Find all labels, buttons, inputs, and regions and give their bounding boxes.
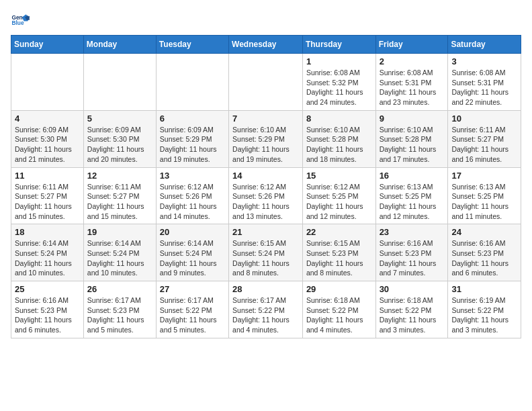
calendar-cell: 16Sunrise: 6:13 AMSunset: 5:25 PMDayligh… xyxy=(375,167,448,224)
day-info: Sunrise: 6:12 AMSunset: 5:25 PMDaylight:… xyxy=(306,182,372,222)
day-number: 23 xyxy=(380,227,445,237)
day-info: Sunrise: 6:18 AMSunset: 5:22 PMDaylight:… xyxy=(306,295,372,335)
day-number: 21 xyxy=(232,227,299,237)
calendar-cell: 18Sunrise: 6:14 AMSunset: 5:24 PMDayligh… xyxy=(11,224,84,281)
day-number: 30 xyxy=(380,284,445,294)
calendar-table: SundayMondayTuesdayWednesdayThursdayFrid… xyxy=(11,35,521,338)
day-info: Sunrise: 6:14 AMSunset: 5:24 PMDaylight:… xyxy=(160,238,225,278)
calendar-cell xyxy=(11,54,84,111)
calendar-cell: 5Sunrise: 6:09 AMSunset: 5:30 PMDaylight… xyxy=(83,110,156,167)
day-info: Sunrise: 6:10 AMSunset: 5:28 PMDaylight:… xyxy=(380,125,445,165)
day-number: 19 xyxy=(87,227,152,237)
day-number: 24 xyxy=(451,227,517,237)
weekday-header: Sunday xyxy=(11,36,84,54)
weekday-header: Saturday xyxy=(448,36,521,54)
calendar-week-row: 11Sunrise: 6:11 AMSunset: 5:27 PMDayligh… xyxy=(11,167,521,224)
day-info: Sunrise: 6:09 AMSunset: 5:29 PMDaylight:… xyxy=(160,125,225,165)
day-number: 11 xyxy=(15,171,80,181)
calendar-week-row: 18Sunrise: 6:14 AMSunset: 5:24 PMDayligh… xyxy=(11,224,521,281)
day-number: 13 xyxy=(160,171,225,181)
calendar-cell xyxy=(83,54,156,111)
weekday-header: Thursday xyxy=(302,36,375,54)
calendar-cell: 24Sunrise: 6:16 AMSunset: 5:23 PMDayligh… xyxy=(448,224,521,281)
calendar-cell: 8Sunrise: 6:10 AMSunset: 5:28 PMDaylight… xyxy=(302,110,375,167)
day-info: Sunrise: 6:17 AMSunset: 5:22 PMDaylight:… xyxy=(160,295,225,335)
calendar-cell: 21Sunrise: 6:15 AMSunset: 5:24 PMDayligh… xyxy=(229,224,303,281)
calendar-cell: 13Sunrise: 6:12 AMSunset: 5:26 PMDayligh… xyxy=(156,167,228,224)
day-info: Sunrise: 6:15 AMSunset: 5:24 PMDaylight:… xyxy=(232,238,299,278)
calendar-cell: 22Sunrise: 6:15 AMSunset: 5:23 PMDayligh… xyxy=(302,224,375,281)
day-info: Sunrise: 6:11 AMSunset: 5:27 PMDaylight:… xyxy=(87,182,152,222)
calendar-week-row: 1Sunrise: 6:08 AMSunset: 5:32 PMDaylight… xyxy=(11,54,521,111)
day-number: 8 xyxy=(306,113,372,124)
day-info: Sunrise: 6:09 AMSunset: 5:30 PMDaylight:… xyxy=(15,125,80,165)
calendar-cell: 9Sunrise: 6:10 AMSunset: 5:28 PMDaylight… xyxy=(375,110,448,167)
day-number: 7 xyxy=(232,113,299,124)
calendar-cell: 14Sunrise: 6:12 AMSunset: 5:26 PMDayligh… xyxy=(229,167,303,224)
day-info: Sunrise: 6:19 AMSunset: 5:22 PMDaylight:… xyxy=(451,295,517,335)
day-number: 4 xyxy=(15,113,80,124)
day-info: Sunrise: 6:12 AMSunset: 5:26 PMDaylight:… xyxy=(160,182,225,222)
day-number: 15 xyxy=(306,171,372,181)
calendar-cell: 29Sunrise: 6:18 AMSunset: 5:22 PMDayligh… xyxy=(302,281,375,338)
calendar-cell: 30Sunrise: 6:18 AMSunset: 5:22 PMDayligh… xyxy=(375,281,448,338)
day-info: Sunrise: 6:10 AMSunset: 5:28 PMDaylight:… xyxy=(306,125,372,165)
calendar-body: 1Sunrise: 6:08 AMSunset: 5:32 PMDaylight… xyxy=(11,54,521,338)
day-number: 28 xyxy=(232,284,299,294)
page-header: General Blue xyxy=(11,11,521,30)
day-number: 22 xyxy=(306,227,372,237)
day-info: Sunrise: 6:13 AMSunset: 5:25 PMDaylight:… xyxy=(380,182,445,222)
calendar-cell: 20Sunrise: 6:14 AMSunset: 5:24 PMDayligh… xyxy=(156,224,228,281)
day-info: Sunrise: 6:08 AMSunset: 5:31 PMDaylight:… xyxy=(451,68,517,107)
calendar-week-row: 4Sunrise: 6:09 AMSunset: 5:30 PMDaylight… xyxy=(11,110,521,167)
day-number: 31 xyxy=(451,284,517,294)
calendar-cell xyxy=(229,54,303,111)
day-number: 14 xyxy=(232,171,299,181)
day-info: Sunrise: 6:17 AMSunset: 5:23 PMDaylight:… xyxy=(87,295,152,335)
calendar-cell: 25Sunrise: 6:16 AMSunset: 5:23 PMDayligh… xyxy=(11,281,84,338)
calendar-cell: 10Sunrise: 6:11 AMSunset: 5:27 PMDayligh… xyxy=(448,110,521,167)
day-info: Sunrise: 6:18 AMSunset: 5:22 PMDaylight:… xyxy=(380,295,445,335)
day-info: Sunrise: 6:08 AMSunset: 5:32 PMDaylight:… xyxy=(306,68,372,107)
calendar-cell: 31Sunrise: 6:19 AMSunset: 5:22 PMDayligh… xyxy=(448,281,521,338)
day-number: 1 xyxy=(306,56,372,66)
day-number: 26 xyxy=(87,284,152,294)
day-info: Sunrise: 6:16 AMSunset: 5:23 PMDaylight:… xyxy=(451,238,517,278)
day-number: 5 xyxy=(87,113,152,124)
calendar-cell: 4Sunrise: 6:09 AMSunset: 5:30 PMDaylight… xyxy=(11,110,84,167)
calendar-cell: 11Sunrise: 6:11 AMSunset: 5:27 PMDayligh… xyxy=(11,167,84,224)
day-info: Sunrise: 6:11 AMSunset: 5:27 PMDaylight:… xyxy=(15,182,80,222)
calendar-cell: 26Sunrise: 6:17 AMSunset: 5:23 PMDayligh… xyxy=(83,281,156,338)
weekday-header: Friday xyxy=(375,36,448,54)
day-number: 10 xyxy=(451,113,517,124)
calendar-cell: 23Sunrise: 6:16 AMSunset: 5:23 PMDayligh… xyxy=(375,224,448,281)
day-info: Sunrise: 6:16 AMSunset: 5:23 PMDaylight:… xyxy=(15,295,80,335)
day-number: 18 xyxy=(15,227,80,237)
day-info: Sunrise: 6:08 AMSunset: 5:31 PMDaylight:… xyxy=(380,68,445,107)
day-number: 2 xyxy=(380,56,445,66)
day-number: 25 xyxy=(15,284,80,294)
calendar-cell: 27Sunrise: 6:17 AMSunset: 5:22 PMDayligh… xyxy=(156,281,228,338)
calendar-cell: 15Sunrise: 6:12 AMSunset: 5:25 PMDayligh… xyxy=(302,167,375,224)
calendar-cell: 2Sunrise: 6:08 AMSunset: 5:31 PMDaylight… xyxy=(375,54,448,111)
day-info: Sunrise: 6:14 AMSunset: 5:24 PMDaylight:… xyxy=(15,238,80,278)
day-info: Sunrise: 6:14 AMSunset: 5:24 PMDaylight:… xyxy=(87,238,152,278)
calendar-cell xyxy=(156,54,228,111)
svg-text:Blue: Blue xyxy=(11,19,24,26)
logo: General Blue xyxy=(11,11,32,30)
calendar-cell: 3Sunrise: 6:08 AMSunset: 5:31 PMDaylight… xyxy=(448,54,521,111)
calendar-cell: 1Sunrise: 6:08 AMSunset: 5:32 PMDaylight… xyxy=(302,54,375,111)
calendar-cell: 17Sunrise: 6:13 AMSunset: 5:25 PMDayligh… xyxy=(448,167,521,224)
calendar-cell: 12Sunrise: 6:11 AMSunset: 5:27 PMDayligh… xyxy=(83,167,156,224)
day-number: 17 xyxy=(451,171,517,181)
calendar-cell: 28Sunrise: 6:17 AMSunset: 5:22 PMDayligh… xyxy=(229,281,303,338)
day-info: Sunrise: 6:11 AMSunset: 5:27 PMDaylight:… xyxy=(451,125,517,165)
day-info: Sunrise: 6:17 AMSunset: 5:22 PMDaylight:… xyxy=(232,295,299,335)
day-number: 29 xyxy=(306,284,372,294)
day-number: 6 xyxy=(160,113,225,124)
weekday-header: Monday xyxy=(83,36,156,54)
logo-icon: General Blue xyxy=(11,11,30,30)
calendar-cell: 6Sunrise: 6:09 AMSunset: 5:29 PMDaylight… xyxy=(156,110,228,167)
day-info: Sunrise: 6:09 AMSunset: 5:30 PMDaylight:… xyxy=(87,125,152,165)
day-number: 27 xyxy=(160,284,225,294)
